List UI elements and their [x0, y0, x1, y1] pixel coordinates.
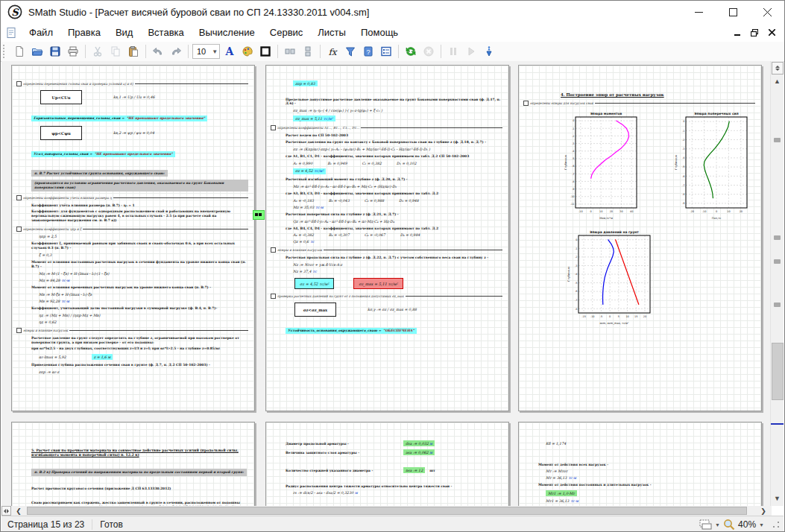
condition-box[interactable]: ψp<Cψu [40, 126, 82, 140]
section-heading[interactable]: 4. Построение эпюр от расчетных нагрузок [561, 92, 755, 97]
horizontal-scrollbar[interactable]: ❮ ❯ [1, 506, 772, 516]
condition-formula[interactable]: kв,2 := ψp / ψu = 0,04 [113, 131, 154, 135]
math-region[interactable]: σz_max = 5,11тс/м² [293, 115, 502, 121]
font-size-combo[interactable]: 10▼ [192, 44, 220, 59]
recalculate-icon[interactable] [403, 43, 419, 60]
menu-tools[interactable]: Сервис [262, 25, 311, 40]
scroll-right-arrow[interactable]: ❯ [757, 506, 769, 516]
note-block[interactable]: п. В.2 в) Проверка сечений по напряжения… [31, 469, 247, 476]
horizontal-splitter-handle[interactable] [1, 506, 11, 516]
scroll-left-arrow[interactable]: ❮ [13, 506, 25, 516]
page-2[interactable]: zпр = 0,83Предельное допустимое расчетно… [265, 65, 509, 411]
coefficient-row[interactable]: A₁ = 0,990B₁ = 0,949C₁ = 0,382D₁ = 0,102 [293, 162, 502, 165]
child-close-icon[interactable] [769, 29, 775, 36]
math-region[interactable]: σz = 4,52тс/м² [293, 168, 502, 174]
selection-marker[interactable] [253, 210, 265, 220]
math-region[interactable]: Mz = 35,03тс·м [293, 206, 502, 209]
math-region[interactable]: rs := dсв/2 - asa - dsa/2 = 0,3230м [293, 491, 502, 495]
interrupt-icon[interactable] [420, 43, 437, 60]
section-divider[interactable]: определены коэффициенты учета влияния ра… [16, 195, 248, 200]
page-layout-dropdown[interactable]: ▼ [715, 522, 720, 528]
coefficient-row[interactable]: A₃ = -0,183B₃ = -0,043C₃ = 0,988D₃ = 0,9… [293, 199, 502, 203]
text-region[interactable]: Расчетное давление на грунт следует опре… [31, 336, 248, 345]
section-divider[interactable]: определены эпюры для нагрузок сваи [523, 101, 755, 106]
math-region[interactable]: Mв := M·ξв + H·(lmax - l₀)·ξв [39, 293, 248, 297]
math-region[interactable]: Qz = 0,6тс [293, 240, 502, 244]
undo-icon[interactable] [150, 43, 166, 60]
math-region[interactable]: Mт = 36,13тс·м [546, 476, 755, 480]
resize-grip[interactable] [772, 520, 781, 529]
pause-icon[interactable] [445, 43, 461, 60]
highlighted-result[interactable]: σz_max = 5,11тс/м² [293, 115, 335, 121]
math-region[interactable]: Qz := αε³·Eб·I·y₀·A₄ - αε²·Eб·I·ψ₀·B₄ + … [293, 220, 502, 224]
redo-icon[interactable] [168, 43, 184, 60]
note-block[interactable]: (производится по условию ограничения рас… [31, 180, 248, 191]
result-box-cyan[interactable]: σz = 4,52 тс/м² [294, 278, 334, 289]
document-viewport[interactable]: определены перемещения головы сваи и про… [1, 61, 772, 506]
text-region[interactable]: Коэффициент ξ, принимаемый равным при за… [31, 241, 248, 250]
text-region[interactable]: Коэффициент: для фундаментов с однорядны… [31, 209, 248, 223]
condition-formula[interactable]: kв,1 := Up / Uu = 0,46 [113, 95, 155, 99]
filter-icon[interactable] [342, 43, 359, 60]
collapse-toggle-icon[interactable] [16, 227, 22, 232]
math-region[interactable]: Mт := Mтот [546, 469, 755, 473]
condition-box[interactable]: Up<CUu [40, 90, 82, 104]
snippets-icon[interactable] [378, 43, 394, 60]
page-1[interactable]: определены перемещения головы сваи и про… [11, 65, 255, 411]
math-region[interactable]: ηпр = 2,5 [39, 235, 248, 238]
math-region[interactable]: zпр = 0,83 [293, 80, 502, 86]
moment-shear-charts[interactable]: Эпюра моментов-100102030400-1-2-3-4-5-6-… [564, 110, 755, 220]
math-region[interactable]: Nz := Nтот + γж.б·Vсв·A·z [293, 263, 502, 267]
collapse-toggle-icon[interactable] [16, 328, 22, 333]
maximize-button[interactable] [716, 1, 750, 23]
text-region[interactable]: Коэффициент учёта влияния размера (п. В.… [31, 203, 248, 208]
vertical-scroll-thumb[interactable] [772, 343, 784, 400]
text-region[interactable]: при αε*l≤2.5 - на двух глубинах, соответ… [31, 346, 248, 351]
collapse-toggle-icon[interactable] [271, 247, 276, 253]
menu-help[interactable]: Помощь [353, 25, 406, 40]
menu-view[interactable]: Вид [108, 25, 141, 40]
new-icon[interactable] [11, 43, 28, 60]
align-horizontal-icon[interactable] [282, 43, 298, 60]
section-divider[interactable]: определены коэффициенты ηпр и ξ [16, 227, 248, 232]
text-region[interactable]: Момент от действия постоянных и длительн… [538, 483, 755, 487]
page-6[interactable]: Kб = 1,174Момент от действия всех нагруз… [518, 422, 762, 506]
condition-formula[interactable]: kσ,γ := σz / σz_max = 0,88 [368, 308, 417, 311]
child-minimize-icon[interactable] [734, 29, 740, 36]
plot-Эпюра моментов[interactable]: Эпюра моментов-100102030400-1-2-3-4-5-6-… [564, 110, 641, 220]
math-region[interactable]: Mт1 := 1,0·Mт [546, 490, 755, 496]
menu-sheets[interactable]: Листы [310, 25, 353, 40]
text-region[interactable]: Приведенная глубина расположения сечения… [31, 363, 248, 367]
math-region[interactable]: αε·lmax = 5,92z = 1,6 м [39, 354, 248, 360]
text-region[interactable]: Момент от влияния постоянных расчетных н… [31, 260, 248, 269]
highlighted-result[interactable]: z = 1,6 м [92, 354, 113, 360]
labeled-value[interactable]: Величина защитного слоя арматуры -asa :=… [286, 449, 502, 455]
math-region[interactable]: Nz = 37,4тс [293, 270, 502, 273]
scroll-up-arrow[interactable]: ▲ [771, 75, 784, 87]
collapse-toggle-icon[interactable] [523, 101, 529, 106]
verdict-line[interactable]: Угол_поворота_головы_сваи = "НЕ превышаю… [31, 144, 248, 158]
print-icon[interactable] [65, 43, 81, 60]
section-heading[interactable]: 5. Расчет сваи по прочности материала на… [31, 449, 248, 458]
function-icon[interactable]: fx [324, 43, 341, 60]
math-region[interactable]: ηд := (Mд + Mв) / (ηпр·Mд + Mв) [39, 314, 248, 317]
coefficient-row[interactable]: A₄ = -0,382B₄ = -0,307C₄ = -0,067D₄ = 0,… [293, 233, 502, 237]
highlighted-result[interactable]: zпр = 0,83 [293, 80, 318, 86]
cut-icon[interactable] [89, 43, 106, 60]
text-region[interactable]: где A3, B3, C3, D3 - коэффициенты, значе… [286, 191, 502, 196]
math-region[interactable]: σz := (Kпр/αε)·zпр·( y₀·A₁ - (ψ₀/αε)·B₁ … [293, 148, 502, 151]
result-boxes[interactable]: σz = 4,52 тс/м²σz_max = 5,11 тс/м² [294, 278, 502, 289]
collapse-toggle-icon[interactable] [271, 294, 276, 299]
zoom-dropdown[interactable]: ▼ [759, 522, 764, 528]
child-restore-icon[interactable] [751, 29, 758, 37]
menu-insert[interactable]: Вставка [140, 25, 191, 40]
plot-Эпюра поперечных сил[interactable]: Эпюра поперечных сил-20-10010200-1-2-3-4… [674, 110, 751, 220]
verdict-line[interactable]: Устойчивость_основания_окружающего_сваю … [286, 320, 502, 335]
text-region[interactable]: Расчетный изгибающий момент на глубине z… [286, 177, 502, 182]
collapse-toggle-icon[interactable] [16, 195, 22, 200]
menu-file[interactable]: Файл [22, 25, 60, 40]
font-color-icon[interactable]: A [221, 43, 238, 60]
result-box-red[interactable]: σz_max = 5,11 тс/м² [353, 278, 403, 289]
page-3[interactable]: 4. Построение эпюр от расчетных нагрузок… [518, 65, 762, 411]
math-region[interactable]: Kб = 1,174 [546, 442, 755, 446]
